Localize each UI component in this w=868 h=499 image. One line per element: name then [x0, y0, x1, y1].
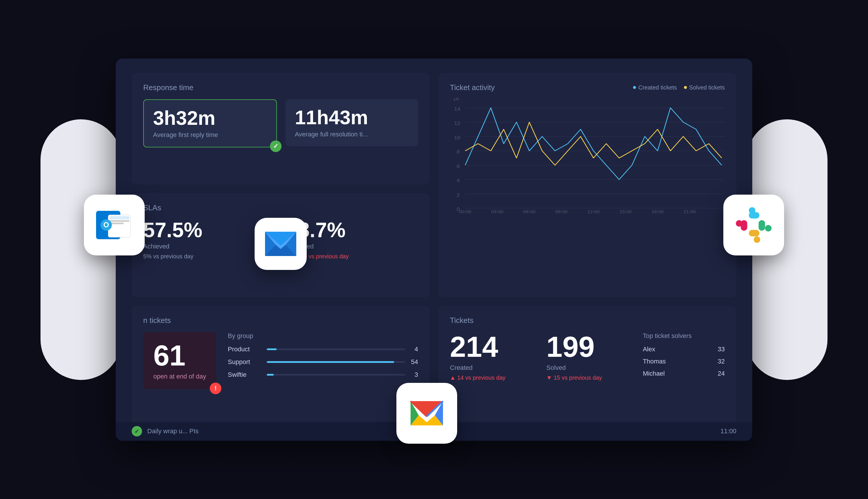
- solved-value: 199: [546, 332, 628, 361]
- svg-text:12:00: 12:00: [587, 209, 600, 214]
- svg-text:14: 14: [454, 106, 460, 111]
- response-time-title: Response time: [143, 83, 418, 92]
- solver-michael-count: 24: [718, 370, 725, 377]
- alert-icon: !: [210, 382, 221, 394]
- solved-legend-label: Solved tickets: [689, 84, 725, 91]
- by-group-section: By group Product 4 Support: [228, 332, 418, 384]
- outlook-icon: O: [94, 205, 135, 245]
- top-solvers: Top ticket solvers Alex 33 Thomas 32 Mic…: [643, 332, 725, 382]
- created-compare-text: 14 vs previous day: [457, 375, 505, 381]
- svg-text:6: 6: [456, 163, 460, 169]
- solver-thomas-name: Thomas: [643, 358, 666, 365]
- solver-michael-name: Michael: [643, 370, 665, 377]
- open-tickets-inner: 61 open at end of day ! By group Product…: [143, 332, 418, 389]
- svg-rect-28: [109, 220, 129, 222]
- svg-text:18:00: 18:00: [652, 209, 664, 214]
- group-support-count: 54: [410, 358, 418, 366]
- svg-text:21:00: 21:00: [683, 209, 695, 214]
- solver-row-thomas: Thomas 32: [643, 358, 725, 365]
- solved-compare-text: 15 vs previous day: [554, 375, 602, 381]
- chart-legend: Created tickets Solved tickets: [633, 84, 725, 91]
- svg-text:12: 12: [454, 121, 460, 126]
- bottom-bar-text: Daily wrap u... PIs: [147, 427, 199, 435]
- top-solvers-title: Top ticket solvers: [643, 332, 725, 340]
- created-line: [465, 108, 722, 180]
- created-label: Created: [450, 364, 532, 372]
- svg-text:2: 2: [456, 192, 460, 197]
- group-support-name: Support: [228, 358, 262, 366]
- svg-rect-27: [109, 216, 129, 219]
- svg-text:06:00: 06:00: [523, 209, 535, 214]
- gmail-icon: [406, 393, 447, 434]
- solved-legend-item: Solved tickets: [684, 84, 725, 91]
- svg-rect-38: [749, 230, 759, 236]
- svg-rect-35: [749, 207, 755, 214]
- svg-text:09:00: 09:00: [555, 209, 567, 214]
- solver-alex-name: Alex: [643, 345, 655, 353]
- bottom-bar-time: 11:00: [720, 427, 737, 435]
- group-swiftie-name: Swiftie: [228, 371, 262, 378]
- created-value: 214: [450, 332, 532, 361]
- group-support-bar: [267, 361, 394, 363]
- tickets-summary-card: Tickets 214 Created ▲ 14 vs previous day…: [438, 306, 737, 426]
- tickets-summary-inner: 214 Created ▲ 14 vs previous day 199 Sol…: [450, 332, 725, 382]
- full-resolution-label: Average full resolution ti...: [295, 131, 409, 138]
- group-product-bar-container: [267, 349, 405, 350]
- tickets-title: Tickets: [450, 316, 725, 325]
- svg-rect-37: [765, 225, 771, 231]
- mail-icon-container[interactable]: [255, 218, 307, 270]
- mail-icon: [263, 229, 298, 258]
- first-reply-label: Average first reply time: [153, 131, 267, 139]
- solver-row-alex: Alex 33: [643, 345, 725, 353]
- first-reply-box: 3h32m Average first reply time ✓: [143, 99, 277, 147]
- tickets-label: open at end of day: [153, 373, 206, 380]
- group-row-product: Product 4: [228, 345, 418, 353]
- tickets-number-section: 61 open at end of day !: [143, 332, 216, 389]
- solver-alex-count: 33: [718, 345, 725, 353]
- slack-icon: [733, 205, 774, 245]
- full-resolution-value: 11h43m: [295, 108, 409, 127]
- full-resolution-box: 11h43m Average full resolution ti...: [286, 99, 418, 146]
- chart-title: Ticket activity: [450, 83, 495, 92]
- sla-title: SLAs: [143, 203, 418, 212]
- group-support-bar-container: [267, 361, 405, 363]
- group-row-support: Support 54: [228, 358, 418, 366]
- gmail-icon-container[interactable]: [397, 383, 457, 444]
- svg-text:10: 10: [454, 135, 460, 140]
- created-compare: ▲ 14 vs previous day: [450, 375, 532, 381]
- tickets-big-number: 61: [153, 341, 206, 370]
- created-legend-label: Created tickets: [638, 84, 677, 91]
- bottom-bar-icon: ✓: [131, 426, 142, 436]
- svg-text:03:00: 03:00: [491, 209, 503, 214]
- solved-metric: 199 Solved ▼ 15 vs previous day: [546, 332, 628, 382]
- group-swiftie-bar: [267, 374, 274, 376]
- ticket-activity-card: Ticket activity Created tickets Solved t…: [438, 73, 737, 297]
- svg-rect-39: [754, 236, 760, 243]
- green-check-icon: ✓: [270, 141, 281, 152]
- solver-thomas-count: 32: [718, 358, 725, 365]
- bottom-bar-left: ✓ Daily wrap u... PIs: [131, 426, 199, 436]
- group-swiftie-count: 3: [410, 371, 418, 378]
- by-group-title: By group: [228, 332, 418, 340]
- svg-text:O: O: [103, 221, 109, 229]
- ticket-activity-chart: 0 2 4 6 8 10 12 14 16 00:00 03: [450, 98, 725, 214]
- response-time-card: Response time 3h32m Average first reply …: [131, 73, 430, 185]
- created-metric: 214 Created ▲ 14 vs previous day: [450, 332, 532, 382]
- response-time-metrics: 3h32m Average first reply time ✓ 11h43m …: [143, 99, 418, 147]
- group-product-name: Product: [228, 345, 262, 353]
- svg-text:16: 16: [453, 98, 459, 101]
- slack-icon-container[interactable]: [723, 195, 784, 255]
- svg-text:4: 4: [456, 178, 460, 183]
- group-row-swiftie: Swiftie 3: [228, 371, 418, 378]
- svg-text:15:00: 15:00: [619, 209, 632, 214]
- open-tickets-card: n tickets 61 open at end of day ! By gro…: [131, 306, 430, 426]
- sla-achieved-compare-text: 5% vs previous day: [143, 253, 193, 259]
- outlook-icon-container[interactable]: O: [84, 195, 144, 255]
- solved-label: Solved: [546, 364, 628, 372]
- by-group-title-text: By group: [228, 332, 253, 339]
- created-legend-dot: [633, 86, 636, 89]
- svg-rect-33: [736, 220, 742, 227]
- solved-compare: ▼ 15 vs previous day: [546, 375, 628, 381]
- svg-text:00:00: 00:00: [459, 209, 471, 214]
- created-legend-item: Created tickets: [633, 84, 677, 91]
